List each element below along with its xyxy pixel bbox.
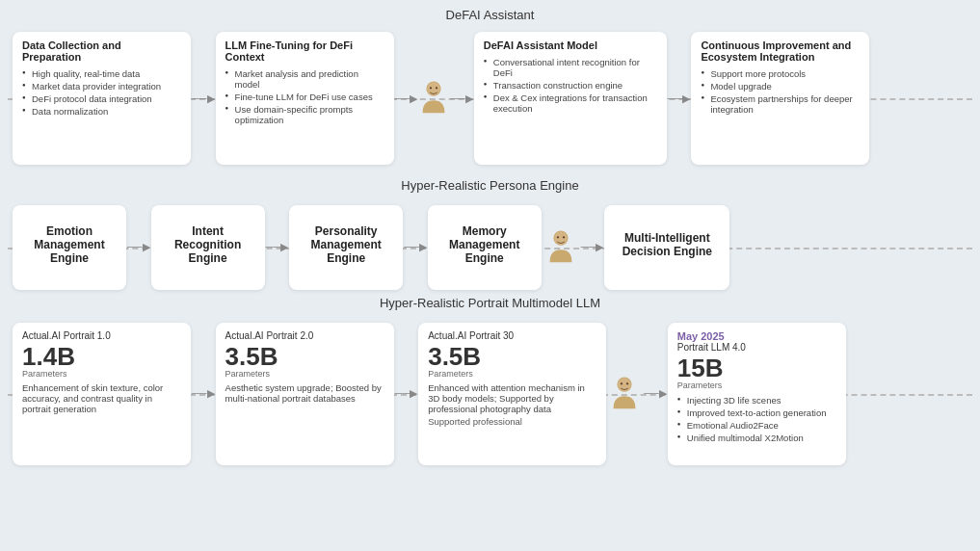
row1-card3: DeFAI Assistant Model Conversational int… xyxy=(474,32,667,165)
row3-card3-number: 3.5B xyxy=(428,344,596,369)
row1-card3-list: Conversational intent recognition for De… xyxy=(484,56,657,115)
avatar-container-row1 xyxy=(418,80,449,117)
list-item: High quality, real-time data xyxy=(22,67,181,80)
row1-card2-list: Market analysis and prediction model Fin… xyxy=(225,67,384,126)
row2-card4-title: Memory Management Engine xyxy=(437,224,532,265)
arrow4: ──▶ xyxy=(668,92,691,105)
row3-card4-list: Injecting 3D life scenes Improved text-t… xyxy=(677,394,836,444)
row3-card2-number: 3.5B xyxy=(225,344,384,369)
row1-card1: Data Collection and Preparation High qua… xyxy=(13,32,191,165)
svg-point-2 xyxy=(430,87,432,89)
list-item: Market data provider integration xyxy=(22,80,181,92)
row3-card3-subtitle: Actual.AI Portrait 30 xyxy=(428,330,596,341)
row3-arrow1: ──▶ xyxy=(192,387,215,400)
list-item: Data normalization xyxy=(22,105,181,118)
svg-point-6 xyxy=(557,236,559,238)
row2-card3-title: Personality Management Engine xyxy=(299,224,393,265)
row3-card4: May 2025 Portrait LLM 4.0 15B Parameters… xyxy=(668,323,846,465)
svg-point-11 xyxy=(626,382,628,384)
row3-card2-text: Aesthetic system upgrade; Boosted by mul… xyxy=(225,382,384,404)
list-item: Unified multimodal X2Motion xyxy=(677,432,836,444)
svg-point-1 xyxy=(427,82,440,95)
list-item: Transaction construction engine xyxy=(484,79,657,92)
row3-card1-subtitle: Actual.AI Portrait 1.0 xyxy=(22,330,181,341)
row3-card4-subtitle: Portrait LLM 4.0 xyxy=(677,342,836,353)
row1-card1-list: High quality, real-time data Market data… xyxy=(22,67,181,118)
list-item: Injecting 3D life scenes xyxy=(677,394,836,407)
avatar-icon-row3 xyxy=(609,376,640,412)
main-container: DeFAI Assistant Data Collection and Prep… xyxy=(0,0,980,551)
row2-card1-title: Emotion Management Engine xyxy=(22,224,117,265)
row1-card2-title: LLM Fine-Tuning for DeFi Context xyxy=(225,39,384,63)
list-item: Fine-tune LLM for DeFi use cases xyxy=(225,91,384,103)
list-item: Use domain-specific prompts optimization xyxy=(225,103,384,126)
row3-arrow2: ──▶ xyxy=(395,387,418,400)
row3-card4-date: May 2025 xyxy=(677,330,836,342)
row3-content: Actual.AI Portrait 1.0 1.4B Parameters E… xyxy=(8,314,972,473)
list-item: DeFi protocol data integration xyxy=(22,92,181,105)
row3-card1-text: Enhancement of skin texture, color accur… xyxy=(22,382,181,414)
row2-card1: Emotion Management Engine xyxy=(13,205,126,290)
list-item: Emotional Audio2Face xyxy=(677,419,836,432)
list-item: Support more protocols xyxy=(701,67,860,80)
row3-card2-param: Parameters xyxy=(225,369,384,379)
list-item: Market analysis and prediction model xyxy=(225,67,384,91)
list-item: Improved text-to-action generation xyxy=(677,407,836,419)
row3-card1: Actual.AI Portrait 1.0 1.4B Parameters E… xyxy=(13,323,191,465)
row1-card3-title: DeFAI Assistant Model xyxy=(484,39,657,51)
row3-card1-number: 1.4B xyxy=(22,344,181,369)
avatar-container-row3 xyxy=(609,376,640,412)
row1-content: Data Collection and Preparation High qua… xyxy=(8,26,972,171)
band2-label: Hyper-Realistic Persona Engine xyxy=(8,178,972,193)
svg-point-3 xyxy=(436,87,437,89)
row3-card2-subtitle: Actual.AI Portrait 2.0 xyxy=(225,330,384,341)
row3-card3: Actual.AI Portrait 30 3.5B Parameters En… xyxy=(418,323,606,465)
row2-arrow3: ──▶ xyxy=(404,241,427,253)
list-item: Ecosystem partnerships for deeper integr… xyxy=(701,92,860,116)
band1-label: DeFAI Assistant xyxy=(8,8,972,22)
svg-point-9 xyxy=(618,378,631,391)
svg-point-5 xyxy=(554,231,568,245)
svg-point-7 xyxy=(563,236,565,238)
row2-band: Hyper-Realistic Persona Engine Emotion M… xyxy=(8,178,972,294)
band3-label: Hyper-Realistic Portrait Multimodel LLM xyxy=(8,296,972,310)
arrow3: ──▶ xyxy=(450,92,473,105)
row1-band: DeFAI Assistant Data Collection and Prep… xyxy=(8,8,972,176)
row3-card1-param: Parameters xyxy=(22,369,181,379)
row2-card5-title: Multi-Intelligent Decision Engine xyxy=(614,231,720,258)
arrow2: ──▶ xyxy=(395,92,418,105)
row3-card3-param: Parameters xyxy=(428,369,596,379)
row1-card4-list: Support more protocols Model upgrade Eco… xyxy=(701,67,860,116)
row3-card4-number: 15B xyxy=(677,355,836,380)
row2-card5: Multi-Intelligent Decision Engine xyxy=(604,205,729,290)
row2-card2: Intent Recognition Engine xyxy=(151,205,265,290)
row2-card3: Personality Management Engine xyxy=(289,205,403,290)
row2-content: Emotion Management Engine ──▶ Intent Rec… xyxy=(8,197,972,298)
avatar-container-row2 xyxy=(545,229,576,266)
row3-card2: Actual.AI Portrait 2.0 3.5B Parameters A… xyxy=(216,323,394,465)
row3-card4-param: Parameters xyxy=(677,380,836,390)
row2-card4: Memory Management Engine xyxy=(428,205,542,290)
row2-card2-title: Intent Recognition Engine xyxy=(161,224,255,265)
row1-card1-title: Data Collection and Preparation xyxy=(22,39,181,63)
supported-professional-text: Supported professional xyxy=(428,416,596,427)
avatar-icon-row2 xyxy=(545,229,576,266)
row3-card3-text: Enhanced with attention mechanism in 3D … xyxy=(428,382,596,414)
list-item: Model upgrade xyxy=(701,80,860,92)
row1-card4: Continuous Improvement and Ecosystem Int… xyxy=(691,32,869,165)
row1-card4-title: Continuous Improvement and Ecosystem Int… xyxy=(701,39,860,63)
arrow1: ──▶ xyxy=(192,92,215,105)
list-item: Conversational intent recognition for De… xyxy=(484,56,657,79)
row3-arrow3: ──▶ xyxy=(644,387,667,400)
row3-band: Hyper-Realistic Portrait Multimodel LLM … xyxy=(8,296,972,469)
row2-arrow4: ──▶ xyxy=(581,241,604,253)
row2-arrow2: ──▶ xyxy=(266,241,289,253)
svg-point-10 xyxy=(621,382,622,384)
row1-card2: LLM Fine-Tuning for DeFi Context Market … xyxy=(216,32,394,165)
list-item: Dex & Cex integrations for transaction e… xyxy=(484,92,657,115)
avatar-icon-row1 xyxy=(418,80,449,117)
row2-arrow1: ──▶ xyxy=(127,241,150,253)
